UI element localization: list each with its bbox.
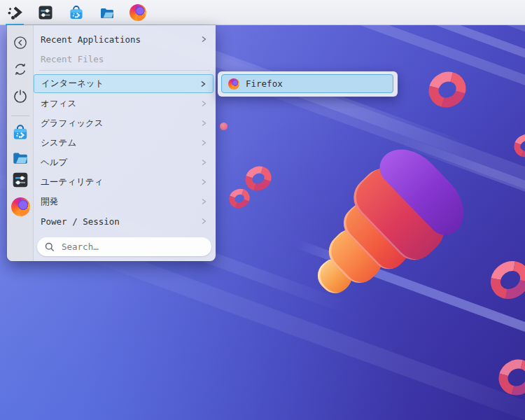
wallpaper-ring [422, 65, 472, 114]
submenu-chevron-icon [200, 158, 208, 167]
sidebar-firefox-button[interactable] [9, 195, 31, 218]
panel-file-manager-button[interactable] [99, 4, 115, 21]
submenu-chevron-icon [200, 119, 208, 127]
refresh-button[interactable] [9, 58, 31, 80]
submenu-chevron-icon [200, 197, 208, 206]
search-input[interactable] [60, 241, 204, 253]
system-settings-icon [37, 4, 54, 21]
menu-item-development[interactable]: 開発 [34, 192, 214, 211]
menu-sidebar [7, 25, 34, 261]
menu-item-label: Power / Session [41, 216, 200, 227]
submenu-chevron-icon [200, 99, 208, 108]
menu-item-label: システム [41, 137, 200, 149]
menu-item-label: Recent Applications [41, 34, 200, 45]
submenu-chevron-icon [200, 217, 208, 225]
panel-app-launcher-button[interactable] [6, 4, 23, 21]
menu-item-label: Recent Files [41, 54, 208, 64]
discover-icon [11, 123, 29, 141]
search-field[interactable] [37, 237, 211, 256]
sidebar-divider [11, 115, 29, 116]
wallpaper-ring [220, 122, 227, 130]
wallpaper-ring [510, 130, 525, 161]
menu-item-office[interactable]: オフィス [34, 94, 214, 113]
menu-divider [39, 70, 210, 71]
menu-item-label: 開発 [41, 196, 200, 208]
wallpaper-ring [483, 253, 525, 307]
menu-item-power-session[interactable]: Power / Session [34, 211, 214, 231]
power-button[interactable] [9, 85, 31, 107]
menu-item-graphics[interactable]: グラフィックス [34, 113, 214, 133]
menu-item-label: ヘルプ [41, 157, 200, 169]
menu-item-label: オフィス [41, 98, 200, 110]
submenu-chevron-icon [200, 139, 208, 147]
menu-item-recent-applications[interactable]: Recent Applications [34, 29, 214, 49]
menu-item-utilities[interactable]: ユーティリティ [34, 172, 214, 192]
firefox-icon [130, 4, 146, 21]
power-icon [13, 88, 28, 104]
menu-item-system[interactable]: システム [34, 133, 214, 153]
wallpaper-ring [226, 186, 253, 211]
submenu-chevron-icon [200, 178, 208, 186]
app-launcher-icon [6, 4, 23, 21]
menu-item-help[interactable]: ヘルプ [34, 153, 214, 172]
file-manager-icon [11, 148, 29, 167]
menu-item-recent-files[interactable]: Recent Files [34, 49, 214, 69]
firefox-icon [11, 197, 30, 216]
top-panel [0, 0, 525, 25]
sidebar-file-manager-button[interactable] [9, 146, 31, 169]
search-icon [44, 241, 55, 253]
internet-submenu: Firefox [218, 71, 398, 97]
desktop: Recent Applications Recent Files インターネット… [0, 0, 525, 420]
panel-firefox-button[interactable] [130, 4, 146, 21]
file-manager-icon [99, 4, 115, 21]
firefox-icon [228, 78, 239, 90]
refresh-icon [13, 62, 28, 77]
sidebar-system-settings-button[interactable] [9, 169, 31, 191]
submenu-chevron-icon [200, 35, 208, 43]
submenu-item-label: Firefox [246, 78, 283, 89]
menu-item-label: ユーティリティ [41, 176, 200, 188]
go-back-icon [13, 35, 28, 50]
sidebar-discover-button[interactable] [9, 121, 31, 144]
discover-icon [68, 4, 85, 21]
menu-item-label: インターネット [41, 78, 199, 90]
panel-discover-button[interactable] [68, 4, 85, 21]
back-button[interactable] [9, 31, 31, 54]
submenu-chevron-icon [199, 80, 207, 88]
application-launcher-menu: Recent Applications Recent Files インターネット… [7, 25, 216, 261]
panel-system-settings-button[interactable] [37, 4, 54, 21]
submenu-item-firefox[interactable]: Firefox [221, 74, 393, 93]
menu-item-internet[interactable]: インターネット [34, 74, 214, 93]
menu-item-label: グラフィックス [41, 118, 200, 130]
system-settings-icon [11, 171, 29, 189]
menu-list: Recent Applications Recent Files インターネット… [34, 25, 216, 261]
